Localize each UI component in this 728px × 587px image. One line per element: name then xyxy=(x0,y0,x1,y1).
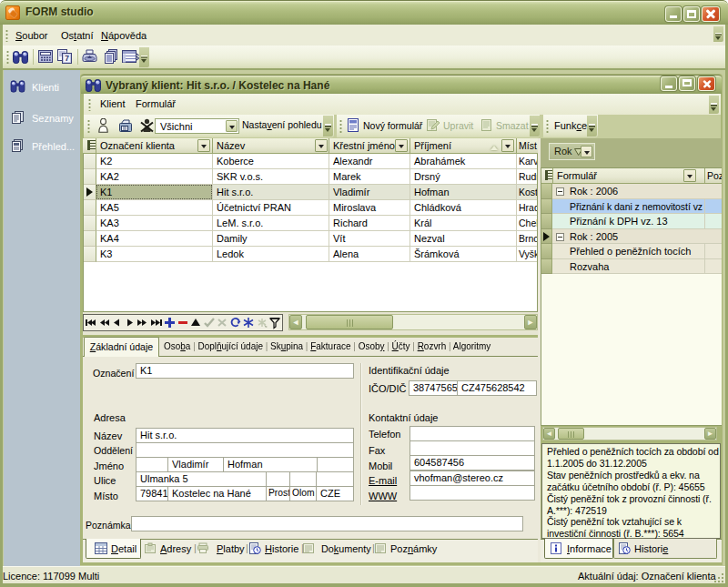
svg-text:7: 7 xyxy=(65,54,69,63)
